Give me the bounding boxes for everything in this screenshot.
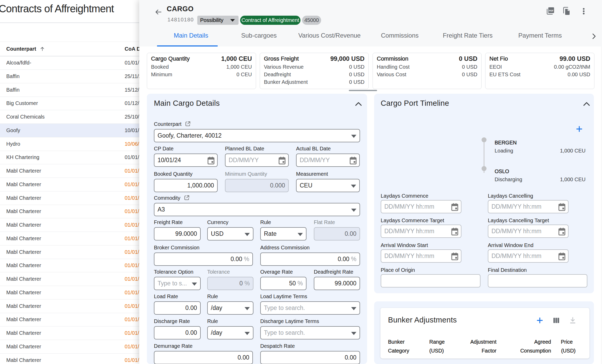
svg-text:PDF: PDF	[549, 9, 554, 12]
